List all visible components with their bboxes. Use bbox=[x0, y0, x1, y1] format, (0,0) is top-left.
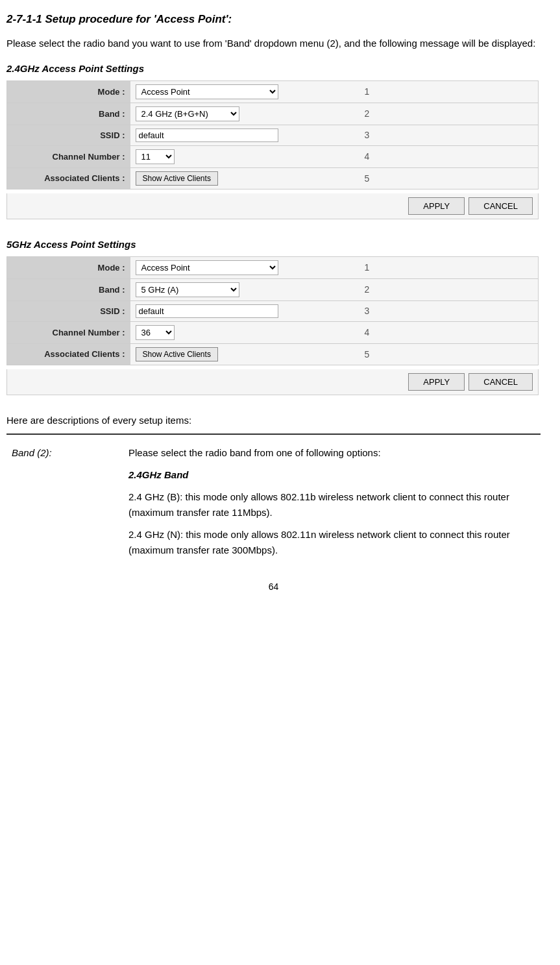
row-fill bbox=[383, 278, 539, 300]
row-number-2: 2 bbox=[351, 103, 383, 125]
apply-button-24[interactable]: APPLY bbox=[408, 197, 465, 215]
ssid-label: SSID : bbox=[7, 125, 130, 145]
row-fill bbox=[383, 256, 539, 278]
desc-intro-text: Here are descriptions of every setup ite… bbox=[6, 415, 541, 426]
channel-label: Channel Number : bbox=[7, 145, 130, 167]
show-active-clients-button-5[interactable]: Show Active Clients bbox=[136, 347, 218, 361]
assoc-control: Show Active Clients bbox=[130, 343, 351, 365]
row-number-2: 2 bbox=[351, 278, 383, 300]
table-row: Band : 5 GHz (A) 2 bbox=[7, 278, 539, 300]
ssid-label: SSID : bbox=[7, 300, 130, 321]
band-24-b-text: 2.4 GHz (B): this mode only allows 802.1… bbox=[128, 489, 533, 520]
section-5ghz: 5GHz Access Point Settings Mode : Access… bbox=[6, 239, 541, 395]
page-number: 64 bbox=[6, 581, 541, 592]
table-row: Associated Clients : Show Active Clients… bbox=[7, 343, 539, 365]
cancel-button-5[interactable]: CANCEL bbox=[469, 373, 533, 391]
band-control: 2.4 GHz (B+G+N) bbox=[130, 103, 351, 125]
channel-control: 11 bbox=[130, 145, 351, 167]
description-section: Here are descriptions of every setup ite… bbox=[6, 415, 541, 568]
section-24ghz: 2.4GHz Access Point Settings Mode : Acce… bbox=[6, 63, 541, 219]
row-fill bbox=[383, 125, 539, 145]
table-row: Mode : Access Point 1 bbox=[7, 80, 539, 103]
buttons-row-5: APPLY CANCEL bbox=[6, 369, 539, 395]
mode-control: Access Point bbox=[130, 80, 351, 103]
mode-label: Mode : bbox=[7, 256, 130, 278]
mode-select-24[interactable]: Access Point bbox=[136, 84, 278, 99]
row-fill bbox=[383, 80, 539, 103]
row-number-1: 1 bbox=[351, 256, 383, 278]
desc-band-content: Please select the radio band from one of… bbox=[123, 441, 539, 568]
table-row: Channel Number : 11 4 bbox=[7, 145, 539, 167]
band-24-n-text: 2.4 GHz (N): this mode only allows 802.1… bbox=[128, 527, 533, 558]
show-active-clients-button-24[interactable]: Show Active Clients bbox=[136, 171, 218, 186]
channel-select-24[interactable]: 11 bbox=[136, 149, 175, 164]
ssid-input-5[interactable] bbox=[136, 304, 278, 318]
row-number-1: 1 bbox=[351, 80, 383, 103]
table-row: Band : 2.4 GHz (B+G+N) 2 bbox=[7, 103, 539, 125]
row-number-4: 4 bbox=[351, 321, 383, 343]
channel-control: 36 bbox=[130, 321, 351, 343]
assoc-label: Associated Clients : bbox=[7, 343, 130, 365]
row-number-3: 3 bbox=[351, 125, 383, 145]
assoc-label: Associated Clients : bbox=[7, 167, 130, 189]
table-row: SSID : 3 bbox=[7, 300, 539, 321]
band-24-title-text: 2.4GHz Band bbox=[128, 467, 533, 483]
row-fill bbox=[383, 145, 539, 167]
desc-band-label: Band (2): bbox=[6, 441, 123, 568]
table-row: SSID : 3 bbox=[7, 125, 539, 145]
section-24-title: 2.4GHz Access Point Settings bbox=[6, 63, 541, 74]
band-label: Band : bbox=[7, 278, 130, 300]
ssid-control bbox=[130, 300, 351, 321]
divider bbox=[6, 434, 541, 435]
cancel-button-24[interactable]: CANCEL bbox=[469, 197, 533, 215]
row-number-4: 4 bbox=[351, 145, 383, 167]
row-fill bbox=[383, 103, 539, 125]
row-fill bbox=[383, 321, 539, 343]
desc-table: Band (2): Please select the radio band f… bbox=[6, 441, 539, 568]
band-label: Band : bbox=[7, 103, 130, 125]
section-5-title: 5GHz Access Point Settings bbox=[6, 239, 541, 250]
row-number-5: 5 bbox=[351, 343, 383, 365]
row-fill bbox=[383, 167, 539, 189]
desc-row-band: Band (2): Please select the radio band f… bbox=[6, 441, 539, 568]
band-select-24[interactable]: 2.4 GHz (B+G+N) bbox=[136, 106, 239, 121]
settings-table-24: Mode : Access Point 1 Band : 2.4 GHz (B+… bbox=[6, 80, 539, 189]
page-title: 2-7-1-1 Setup procedure for 'Access Poin… bbox=[6, 13, 541, 26]
ssid-input-24[interactable] bbox=[136, 128, 278, 142]
channel-select-5[interactable]: 36 bbox=[136, 325, 175, 340]
assoc-control: Show Active Clients bbox=[130, 167, 351, 189]
mode-select-5[interactable]: Access Point bbox=[136, 260, 278, 275]
row-fill bbox=[383, 343, 539, 365]
settings-table-5: Mode : Access Point 1 Band : 5 GHz (A) 2… bbox=[6, 256, 539, 365]
band-control: 5 GHz (A) bbox=[130, 278, 351, 300]
buttons-row-24: APPLY CANCEL bbox=[6, 193, 539, 219]
band-intro-text: Please select the radio band from one of… bbox=[128, 445, 533, 461]
apply-button-5[interactable]: APPLY bbox=[408, 373, 465, 391]
row-number-3: 3 bbox=[351, 300, 383, 321]
row-number-5: 5 bbox=[351, 167, 383, 189]
mode-control: Access Point bbox=[130, 256, 351, 278]
channel-label: Channel Number : bbox=[7, 321, 130, 343]
table-row: Channel Number : 36 4 bbox=[7, 321, 539, 343]
ssid-control bbox=[130, 125, 351, 145]
table-row: Associated Clients : Show Active Clients… bbox=[7, 167, 539, 189]
intro-text: Please select the radio band you want to… bbox=[6, 36, 541, 51]
mode-label: Mode : bbox=[7, 80, 130, 103]
band-select-5[interactable]: 5 GHz (A) bbox=[136, 282, 239, 297]
table-row: Mode : Access Point 1 bbox=[7, 256, 539, 278]
row-fill bbox=[383, 300, 539, 321]
